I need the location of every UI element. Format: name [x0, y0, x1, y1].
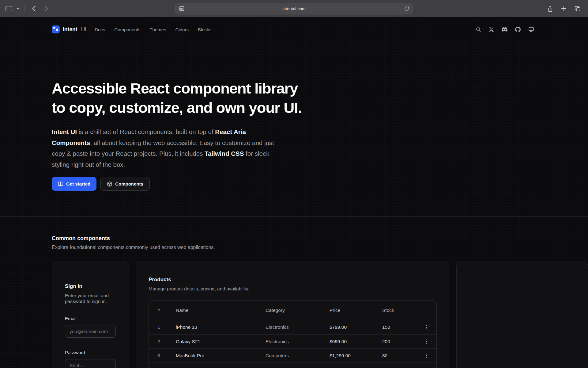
cell-stock: 80 — [382, 353, 425, 358]
table-body: 1iPhone 13Electronics$799.001502Galaxy S… — [149, 320, 436, 368]
hero-description: Intent UI is a chill set of React compon… — [52, 126, 283, 170]
search-button[interactable] — [476, 27, 481, 32]
discord-link[interactable] — [502, 27, 507, 32]
cell-name: Dell XPS 13 — [176, 367, 266, 368]
email-field[interactable] — [65, 325, 116, 338]
column-header-price: Price — [330, 308, 382, 313]
nav-link-components[interactable]: Components — [114, 27, 140, 32]
reader-icon — [179, 6, 184, 11]
table-row[interactable]: 2Galaxy S21Electronics$699.00200 — [149, 334, 436, 348]
hero-title: Accessible React component library to co… — [52, 79, 334, 117]
reader-button[interactable] — [179, 6, 184, 12]
back-icon — [32, 6, 36, 12]
components-button[interactable]: Components — [100, 177, 150, 191]
nav-link-themes[interactable]: Themes — [149, 27, 166, 32]
products-table: #NameCategoryPriceStock 1iPhone 13Electr… — [149, 300, 437, 368]
cell-num: 4 — [157, 367, 176, 368]
book-open-icon — [58, 181, 63, 187]
component-cards-row: Sign in Enter your email and password to… — [52, 262, 588, 368]
cell-name: MacBook Pro — [176, 353, 266, 358]
signin-card: Sign in Enter your email and password to… — [52, 262, 129, 368]
nav-links: DocsComponentsThemesColorsBlocks — [95, 27, 211, 32]
github-icon — [515, 27, 521, 32]
cell-cat: Electronics — [266, 339, 330, 344]
cell-stock: 50 — [382, 367, 425, 368]
site-header: IntentUI DocsComponentsThemesColorsBlock… — [52, 23, 534, 36]
theme-toggle-button[interactable] — [528, 27, 534, 32]
brand-name: Intent — [63, 26, 77, 33]
signin-title: Sign in — [65, 283, 116, 289]
intro-segment: is a chill set of React components, buil… — [77, 128, 215, 135]
column-header-num: # — [157, 308, 176, 313]
password-label: Password — [65, 350, 116, 355]
hero-actions: Get started Components — [52, 177, 334, 191]
nav-link-blocks[interactable]: Blocks — [198, 27, 211, 32]
x-twitter-icon — [489, 27, 494, 32]
nav-link-docs[interactable]: Docs — [95, 27, 105, 32]
cell-stock: 200 — [382, 339, 425, 344]
cell-num: 3 — [157, 353, 176, 358]
brand-suffix: UI — [81, 26, 87, 33]
nav-icon-group — [476, 27, 534, 32]
cell-name: Galaxy S21 — [176, 339, 266, 344]
cell-price: $999.00 — [330, 367, 382, 368]
cell-stock: 150 — [382, 324, 425, 330]
cell-price: $799.00 — [330, 324, 382, 330]
cell-cat: Electronics — [266, 324, 330, 330]
reload-icon — [404, 6, 409, 11]
cell-num: 1 — [157, 324, 176, 330]
browser-toolbar: intentui.com — [0, 0, 588, 17]
row-actions-menu-button[interactable] — [425, 324, 428, 331]
back-button[interactable] — [32, 6, 36, 12]
common-components-section: Common components Explore foundational c… — [52, 235, 588, 368]
products-title: Products — [149, 277, 437, 283]
intro-segment: Tailwind CSS — [205, 150, 244, 157]
column-header-stock: Stock — [382, 308, 425, 313]
table-header-row: #NameCategoryPriceStock — [149, 301, 436, 320]
share-button[interactable] — [547, 6, 553, 12]
forward-icon — [44, 6, 48, 12]
address-bar[interactable]: intentui.com — [175, 3, 413, 14]
cell-price: $699.00 — [330, 339, 382, 344]
cell-price: $1,299.00 — [330, 353, 382, 358]
sidebar-icon — [6, 6, 12, 11]
column-header-category: Category — [266, 308, 330, 313]
intent-ui-logo-icon — [52, 25, 60, 33]
row-actions-menu-button[interactable] — [425, 366, 428, 368]
table-row[interactable]: 1iPhone 13Electronics$799.00150 — [149, 320, 436, 334]
new-tab-button[interactable] — [561, 6, 567, 11]
x-twitter-link[interactable] — [489, 27, 494, 32]
column-header-name: Name — [176, 308, 266, 313]
email-label: Email — [65, 316, 116, 321]
products-description: Manage product details, pricing, and ava… — [149, 286, 437, 292]
tab-overview-icon — [575, 6, 581, 12]
toolbar-separator — [24, 6, 24, 12]
sidebar-toggle-button[interactable] — [6, 6, 12, 11]
table-row[interactable]: 3MacBook ProComputers$1,299.0080 — [149, 348, 436, 362]
tab-overview-button[interactable] — [575, 6, 581, 12]
nav-link-colors[interactable]: Colors — [175, 27, 189, 32]
forward-button[interactable] — [44, 6, 48, 12]
intro-segment: Intent UI — [52, 128, 77, 135]
cell-cat: Computers — [266, 367, 330, 368]
password-field[interactable] — [65, 359, 116, 368]
get-started-button[interactable]: Get started — [52, 177, 96, 191]
table-row[interactable]: 4Dell XPS 13Computers$999.0050 — [149, 362, 436, 368]
products-card: Products Manage product details, pricing… — [136, 262, 449, 368]
section-subtitle: Explore foundational components commonly… — [52, 244, 588, 251]
next-component-card — [456, 262, 588, 368]
section-divider — [0, 216, 588, 217]
chevron-down-icon — [17, 7, 20, 10]
row-actions-menu-button[interactable] — [425, 352, 428, 359]
hero-section: Accessible React component library to co… — [52, 79, 334, 191]
reload-button[interactable] — [404, 6, 409, 12]
new-tab-icon — [561, 6, 567, 11]
row-actions-menu-button[interactable] — [425, 338, 428, 345]
cell-name: iPhone 13 — [176, 324, 266, 330]
search-icon — [476, 27, 481, 32]
webpage: IntentUI DocsComponentsThemesColorsBlock… — [0, 17, 588, 368]
discord-icon — [502, 27, 507, 32]
brand-home-link[interactable]: IntentUI — [52, 25, 86, 33]
sidebar-menu-button[interactable] — [17, 7, 20, 10]
github-link[interactable] — [515, 27, 521, 32]
